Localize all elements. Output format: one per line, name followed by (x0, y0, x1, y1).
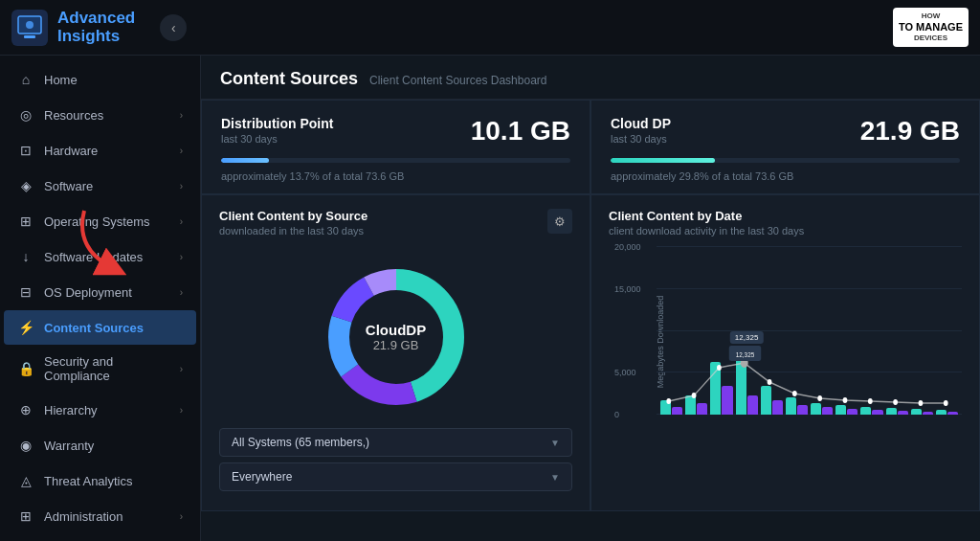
bar-tooltip: 12,325 (730, 331, 763, 344)
systems-dropdown-label: All Systems (65 members,) (232, 436, 369, 449)
sidebar-label-hierarchy: Hierarchy (44, 403, 176, 417)
sidebar-icon-operating-systems: ⊞ (17, 213, 34, 230)
sidebar-label-os-deployment: OS Deployment (44, 285, 176, 300)
app-logo-icon (11, 10, 48, 46)
sidebar-item-administration[interactable]: ⊞ Administration › (4, 499, 196, 533)
sidebar-chevron-administration: › (180, 511, 183, 522)
svg-point-16 (843, 397, 848, 403)
donut-value: 21.9 GB (366, 338, 426, 352)
location-dropdown-label: Everywhere (232, 470, 292, 484)
svg-point-15 (817, 395, 822, 401)
dp-note: approximately 13.7% of a total 73.6 GB (221, 170, 570, 182)
cdp-progress-fill (611, 158, 715, 163)
svg-rect-1 (24, 35, 35, 38)
sidebar-chevron-security-compliance: › (180, 364, 183, 374)
sidebar-item-operating-systems[interactable]: ⊞ Operating Systems › (4, 204, 196, 238)
donut-chart-container: CloudDP 21.9 GB (219, 256, 572, 418)
donut-name: CloudDP (366, 322, 426, 338)
sidebar-label-home: Home (44, 73, 183, 87)
svg-point-9 (666, 398, 671, 404)
dot-line-overlay: 12,325 (657, 353, 962, 415)
svg-point-17 (868, 398, 873, 404)
sidebar-chevron-operating-systems: › (180, 216, 183, 227)
sidebar: ⌂ Home ◎ Resources › ⊡ Hardware › ◈ Soft… (0, 56, 201, 541)
svg-point-14 (792, 391, 797, 396)
sidebar-label-administration: Administration (44, 509, 176, 524)
sidebar-chevron-hierarchy: › (180, 405, 183, 416)
sidebar-icon-security-compliance: 🔒 (17, 360, 34, 377)
page-title: Content Sources (220, 69, 358, 89)
sidebar-icon-home: ⌂ (17, 71, 34, 88)
content-area: Content Sources Client Content Sources D… (201, 56, 980, 541)
sidebar-item-warranty[interactable]: ◉ Warranty (4, 428, 196, 462)
cdp-note: approximately 29.8% of a total 73.6 GB (611, 170, 960, 182)
systems-dropdown[interactable]: All Systems (65 members,) ▼ (219, 428, 572, 457)
sidebar-label-content-sources: Content Sources (44, 321, 183, 335)
svg-point-10 (692, 393, 697, 398)
sidebar-chevron-software: › (180, 181, 183, 192)
dp-progress-fill (221, 158, 269, 163)
top-header: Advanced Insights ‹ HOW TO MANAGE DEVICE… (0, 0, 980, 56)
distribution-point-card: Distribution Point last 30 days 10.1 GB … (201, 100, 590, 194)
sidebar-label-operating-systems: Operating Systems (44, 214, 176, 229)
logo-line1: Advanced (57, 10, 135, 28)
sidebar-icon-hierarchy: ⊕ (17, 401, 34, 418)
sidebar-item-software[interactable]: ◈ Software › (4, 169, 196, 203)
cloud-dp-card: Cloud DP last 30 days 21.9 GB approximat… (590, 100, 980, 194)
sidebar-label-threat-analytics: Threat Analytics (44, 474, 183, 488)
svg-point-13 (768, 379, 772, 385)
svg-point-18 (893, 399, 898, 405)
systems-dropdown-chevron: ▼ (550, 438, 560, 448)
sidebar-item-software-updates[interactable]: ↓ Software Updates › (4, 239, 196, 274)
sidebar-item-os-deployment[interactable]: ⊟ OS Deployment › (4, 275, 196, 309)
sidebar-item-home[interactable]: ⌂ Home (4, 62, 196, 97)
sidebar-icon-content-sources: ⚡ (17, 319, 34, 336)
sidebar-item-resources[interactable]: ◎ Resources › (4, 98, 196, 132)
page-header: Content Sources Client Content Sources D… (201, 56, 980, 100)
sidebar-icon-threat-analytics: ◬ (17, 472, 34, 489)
ylabel-20000: 20,000 (614, 242, 641, 252)
sidebar-item-content-sources[interactable]: ⚡ Content Sources (4, 310, 196, 345)
sidebar-chevron-resources: › (180, 110, 183, 121)
sidebar-icon-administration: ⊞ (17, 507, 34, 525)
sidebar-icon-resources: ◎ (17, 106, 34, 124)
sidebar-item-threat-analytics[interactable]: ◬ Threat Analytics (4, 463, 196, 498)
content-source-title: Client Content by Source (219, 209, 368, 223)
content-by-source-card: Client Content by Source downloaded in t… (201, 194, 590, 511)
sidebar-icon-software-updates: ↓ (17, 248, 34, 265)
sidebar-item-hardware[interactable]: ⊡ Hardware › (4, 133, 196, 168)
content-source-header: Client Content by Source downloaded in t… (219, 209, 572, 246)
cdp-value: 21.9 GB (860, 116, 960, 147)
main-layout: ⌂ Home ◎ Resources › ⊡ Hardware › ◈ Soft… (0, 56, 980, 541)
sidebar-item-hierarchy[interactable]: ⊕ Hierarchy › (4, 393, 196, 427)
donut-label: CloudDP 21.9 GB (366, 322, 426, 352)
logo-text: Advanced Insights (57, 10, 135, 45)
sidebar-icon-hardware: ⊡ (17, 142, 34, 159)
sidebar-chevron-hardware: › (180, 146, 183, 156)
sidebar-label-resources: Resources (44, 108, 176, 123)
sidebar-chevron-os-deployment: › (180, 287, 183, 298)
location-dropdown[interactable]: Everywhere ▼ (219, 462, 572, 491)
gear-button[interactable]: ⚙ (547, 209, 572, 234)
sidebar-icon-os-deployment: ⊟ (17, 283, 34, 301)
svg-point-19 (919, 400, 924, 406)
sidebar-icon-software: ◈ (17, 177, 34, 194)
lower-cards: Client Content by Source downloaded in t… (201, 194, 980, 511)
htmd-logo: HOW TO MANAGE DEVICES (893, 8, 969, 46)
svg-point-11 (717, 365, 722, 371)
ylabel-5000: 5,000 (614, 368, 636, 377)
ylabel-15000: 15,000 (614, 284, 641, 294)
logo-area: Advanced Insights ‹ (11, 10, 187, 46)
content-source-subtitle: downloaded in the last 30 days (219, 225, 368, 237)
sidebar-label-software-updates: Software Updates (44, 250, 176, 264)
content-date-title: Client Content by Date (609, 209, 962, 223)
svg-text:12,325: 12,325 (736, 349, 754, 359)
nav-back-button[interactable]: ‹ (160, 14, 187, 41)
page-subtitle: Client Content Sources Dashboard (369, 74, 546, 87)
sidebar-label-security-compliance: Security and Compliance (44, 354, 176, 383)
sidebar-item-security-compliance[interactable]: 🔒 Security and Compliance › (4, 346, 196, 392)
stat-cards-grid: Distribution Point last 30 days 10.1 GB … (201, 100, 980, 194)
sidebar-label-warranty: Warranty (44, 439, 183, 453)
sidebar-chevron-software-updates: › (180, 252, 183, 262)
dp-value: 10.1 GB (471, 116, 570, 147)
